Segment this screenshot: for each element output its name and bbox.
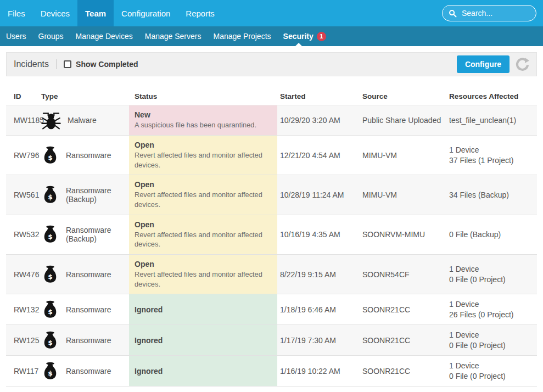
incident-started: 10/16/19 4:35 AM	[277, 230, 360, 239]
incident-type-cell: $Ransomware (Backup)	[41, 225, 129, 244]
incident-type-label: Ransomware	[66, 336, 111, 345]
incidents-toolbar: Incidents Show Completed Configure	[6, 52, 537, 76]
bug-icon	[41, 111, 61, 130]
topnav-item-configuration[interactable]: Configuration	[114, 0, 178, 26]
resource-line: 1 Device	[449, 299, 537, 309]
status-description: Revert affected files and monitor affect…	[135, 190, 272, 209]
resource-line: 0 File (0 Project)	[449, 340, 537, 350]
incident-resources: 1 Device26 Files (0 Project)	[446, 299, 537, 320]
money-bag-icon: $	[41, 185, 59, 205]
incident-source: SOONR21CC	[360, 305, 446, 314]
table-body: MW1185MalwareNewA suspicious file has be…	[6, 105, 537, 387]
column-header-type[interactable]: Type	[41, 92, 129, 100]
subnav-item-label: Security	[283, 32, 314, 41]
svg-text:$: $	[48, 272, 53, 280]
money-bag-icon: $	[41, 300, 59, 320]
notification-badge: 1	[317, 32, 326, 41]
incident-type-label: Malware	[68, 116, 97, 125]
column-header-status[interactable]: Status	[129, 92, 277, 100]
topnav-item-reports[interactable]: Reports	[178, 0, 222, 26]
incident-type-label: Ransomware	[66, 305, 111, 314]
resource-line: 1 Device	[449, 330, 537, 340]
table-row[interactable]: RW561$Ransomware (Backup)OpenRevert affe…	[6, 175, 537, 215]
subnav-item-users[interactable]: Users	[0, 26, 32, 46]
money-bag-icon: $	[41, 145, 59, 165]
subnav-item-label: Groups	[38, 32, 64, 41]
incident-id: RW117	[14, 367, 41, 376]
subnav-item-manage-projects[interactable]: Manage Projects	[207, 26, 277, 46]
table-row[interactable]: RW476$RansomwareOpenRevert affected file…	[6, 255, 537, 294]
status-title: New	[135, 110, 272, 119]
svg-text:$: $	[48, 308, 53, 316]
refresh-button[interactable]	[514, 57, 529, 72]
subnav-item-groups[interactable]: Groups	[32, 26, 70, 46]
topnav-item-team[interactable]: Team	[77, 0, 114, 26]
column-header-source[interactable]: Source	[360, 92, 446, 100]
status-title: Ignored	[135, 336, 272, 345]
money-bag-icon: $	[41, 331, 59, 350]
incident-status-cell: Ignored	[129, 325, 277, 355]
topnav-item-devices[interactable]: Devices	[33, 0, 77, 26]
incident-resources: test_file_unclean(1)	[446, 115, 537, 125]
incident-source: SOONRVM-MIMU	[360, 230, 446, 239]
toolbar-title: Incidents	[14, 59, 49, 69]
refresh-icon	[514, 57, 529, 72]
incident-resources: 0 File (Backup)	[446, 229, 537, 239]
incident-status-cell: Ignored	[129, 356, 277, 386]
table-row[interactable]: RW796$RansomwareOpenRevert affected file…	[6, 136, 537, 175]
incident-id: RW132	[14, 305, 41, 314]
subnav-item-manage-devices[interactable]: Manage Devices	[69, 26, 138, 46]
status-description: Revert affected files and monitor affect…	[135, 230, 272, 249]
status-description: Revert affected files and monitor affect…	[135, 150, 272, 170]
table-row[interactable]: RW532$Ransomware (Backup)OpenRevert affe…	[6, 215, 537, 255]
incident-started: 1/17/19 7:30 AM	[277, 336, 360, 345]
configure-button[interactable]: Configure	[457, 55, 510, 73]
table-row[interactable]: MW1185MalwareNewA suspicious file has be…	[6, 105, 537, 136]
incident-type-cell: $Ransomware	[41, 300, 129, 320]
status-title: Open	[135, 180, 272, 189]
toolbar-divider	[56, 59, 57, 69]
resource-line: 0 File (0 Project)	[449, 275, 537, 284]
column-header-started[interactable]: Started	[277, 92, 360, 100]
incident-started: 10/29/20 3:20 AM	[277, 116, 360, 125]
column-header-resources[interactable]: Resources Affected	[446, 92, 537, 100]
incident-status-cell: OpenRevert affected files and monitor af…	[129, 136, 277, 175]
incident-type-label: Ransomware	[66, 367, 111, 376]
show-completed-checkbox[interactable]	[64, 60, 71, 68]
status-title: Open	[135, 220, 272, 229]
incident-status-cell: OpenRevert affected files and monitor af…	[129, 215, 277, 254]
svg-text:$: $	[48, 193, 53, 201]
subnav-item-security[interactable]: Security1	[277, 26, 332, 46]
incident-type-cell: $Ransomware	[41, 361, 129, 381]
subnav-item-manage-servers[interactable]: Manage Servers	[139, 26, 208, 46]
incident-source: MIMU-VM	[360, 191, 446, 199]
incident-started: 1/18/19 6:46 AM	[277, 305, 360, 314]
search-box[interactable]	[442, 5, 536, 21]
status-title: Ignored	[135, 305, 272, 314]
status-description: A suspicious file has been quarantined.	[135, 120, 272, 130]
incident-type-label: Ransomware (Backup)	[66, 226, 124, 243]
svg-text:$: $	[48, 233, 53, 240]
column-header-id[interactable]: ID	[14, 92, 41, 100]
resource-line: 1 Device	[449, 264, 537, 274]
incident-id: RW796	[14, 151, 41, 160]
topnav-items: FilesDevicesTeamConfigurationReports	[0, 0, 222, 26]
table-row[interactable]: RW132$RansomwareIgnored1/18/19 6:46 AMSO…	[6, 294, 537, 325]
incident-started: 10/28/19 11:24 AM	[277, 191, 360, 199]
svg-text:$: $	[48, 153, 53, 161]
table-row[interactable]: RW117$RansomwareIgnored1/16/19 10:22 AMS…	[6, 356, 537, 387]
resource-line: test_file_unclean(1)	[449, 115, 537, 125]
incident-id: MW1185	[14, 116, 41, 125]
money-bag-icon: $	[41, 265, 59, 284]
table-row[interactable]: RW125$RansomwareIgnored1/17/19 7:30 AMSO…	[6, 325, 537, 356]
search-icon	[449, 9, 457, 18]
incident-resources: 1 Device0 File (0 Project)	[446, 361, 537, 381]
show-completed-toggle[interactable]: Show Completed	[64, 60, 138, 69]
incident-id: RW125	[14, 336, 41, 345]
incident-status-cell: OpenRevert affected files and monitor af…	[129, 255, 277, 294]
search-input[interactable]	[461, 8, 530, 18]
resource-line: 1 Device	[449, 145, 537, 155]
incident-status-cell: Ignored	[129, 294, 277, 324]
incident-type-cell: $Ransomware	[41, 265, 129, 284]
topnav-item-files[interactable]: Files	[0, 0, 33, 26]
